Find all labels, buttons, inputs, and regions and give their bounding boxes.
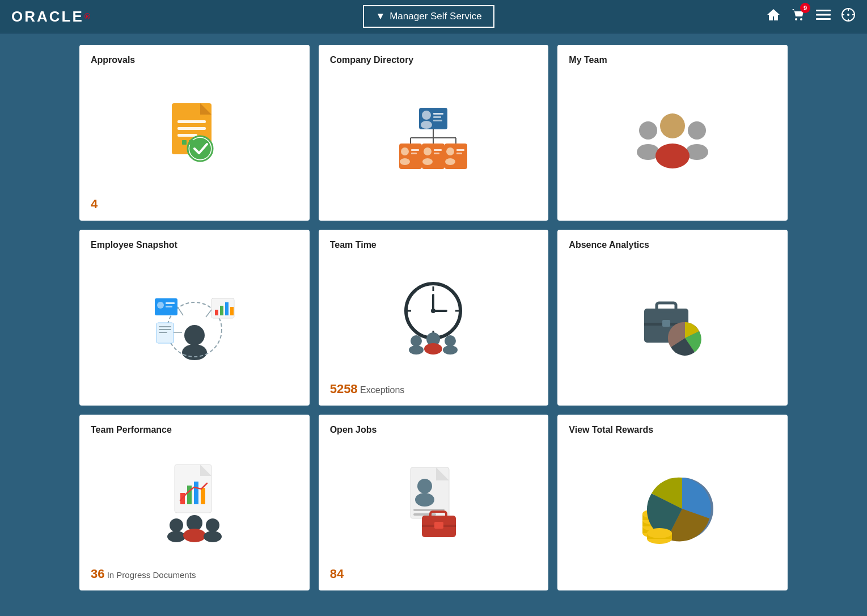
approvals-icon (160, 98, 229, 166)
svg-point-75 (411, 335, 422, 347)
cart-count-badge: 9 (800, 3, 810, 13)
svg-rect-84 (662, 320, 670, 327)
my-team-tile[interactable]: My Team (557, 45, 788, 221)
team-performance-title: Team Performance (91, 425, 298, 435)
svg-rect-82 (657, 303, 676, 311)
svg-rect-35 (434, 149, 442, 151)
svg-line-64 (177, 307, 183, 315)
absence-analytics-title: Absence Analytics (569, 240, 776, 250)
svg-point-76 (409, 345, 424, 355)
team-time-tile[interactable]: Team Time (319, 230, 549, 406)
performance-label: In Progress Documents (104, 570, 196, 580)
svg-rect-15 (189, 140, 193, 145)
menu-icon[interactable] (816, 7, 831, 26)
svg-rect-58 (225, 302, 229, 315)
svg-rect-37 (445, 144, 467, 169)
performance-icon-area (91, 441, 298, 562)
home-icon[interactable] (766, 7, 781, 26)
teamtime-icon (396, 280, 470, 353)
company-directory-tile[interactable]: Company Directory (319, 45, 549, 221)
svg-point-96 (206, 518, 219, 532)
svg-point-49 (182, 344, 207, 360)
open-jobs-tile[interactable]: Open Jobs (319, 415, 549, 590)
svg-rect-30 (411, 149, 419, 151)
svg-rect-27 (399, 144, 422, 169)
approvals-tile[interactable]: Approvals (79, 45, 310, 221)
performance-footer: 36 In Progress Documents (91, 567, 298, 581)
svg-point-0 (795, 18, 797, 20)
dropdown-arrow: ▼ (375, 11, 385, 22)
svg-point-78 (424, 343, 442, 355)
svg-rect-90 (194, 482, 198, 504)
svg-point-34 (422, 158, 433, 165)
svg-point-18 (421, 121, 432, 129)
company-directory-title: Company Directory (330, 55, 538, 65)
svg-point-52 (157, 302, 164, 309)
svg-rect-63 (159, 332, 167, 333)
oracle-logo: ORACLE® (11, 8, 91, 26)
teamtime-footer: 5258 Exceptions (330, 382, 538, 396)
svg-point-95 (183, 529, 206, 542)
svg-point-1 (800, 18, 802, 20)
svg-point-80 (443, 345, 458, 355)
my-team-title: My Team (569, 55, 776, 65)
approvals-title: Approvals (91, 55, 298, 65)
svg-point-33 (424, 147, 432, 155)
svg-rect-62 (159, 329, 171, 330)
svg-line-65 (206, 310, 212, 317)
rewards-icon (636, 472, 709, 546)
directory-icon (396, 105, 470, 173)
view-total-rewards-tile[interactable]: View Total Rewards (557, 415, 788, 590)
svg-point-100 (417, 479, 432, 493)
directory-icon-area (330, 71, 538, 207)
module-title-button[interactable]: ▼ Manager Self Service (363, 5, 494, 28)
svg-point-42 (639, 121, 657, 140)
team-performance-tile[interactable]: Team Performance (79, 415, 310, 590)
svg-rect-91 (201, 488, 205, 504)
svg-rect-20 (433, 116, 441, 118)
employee-snapshot-title: Employee Snapshot (91, 240, 298, 250)
svg-rect-3 (816, 14, 831, 16)
svg-rect-107 (434, 522, 443, 529)
svg-rect-19 (433, 113, 443, 115)
svg-point-92 (170, 518, 183, 532)
svg-point-29 (400, 158, 410, 165)
svg-rect-41 (456, 153, 462, 154)
module-title-label: Manager Self Service (390, 11, 482, 22)
svg-rect-54 (166, 306, 172, 307)
svg-point-74 (431, 309, 435, 313)
svg-rect-61 (159, 326, 171, 327)
svg-point-48 (184, 325, 205, 345)
module-selector[interactable]: ▼ Manager Self Service (363, 5, 494, 28)
svg-rect-31 (411, 153, 417, 154)
performance-icon (160, 462, 229, 541)
svg-rect-9 (177, 120, 206, 123)
snapshot-icon-area (91, 256, 298, 392)
svg-point-46 (660, 113, 685, 138)
approvals-icon-area (91, 71, 298, 192)
approvals-count: 4 (91, 197, 98, 211)
openjobs-icon (402, 465, 464, 538)
header-actions: 9 (766, 7, 856, 26)
teamtime-label: Exceptions (358, 385, 405, 395)
svg-rect-14 (182, 140, 187, 145)
svg-rect-2 (816, 10, 831, 11)
svg-point-94 (187, 515, 202, 531)
svg-point-47 (655, 144, 690, 168)
svg-point-97 (204, 531, 222, 542)
svg-rect-40 (456, 149, 464, 151)
svg-rect-53 (166, 302, 175, 304)
openjobs-footer: 84 (330, 567, 538, 581)
absence-analytics-tile[interactable]: Absence Analytics (557, 230, 788, 406)
compass-icon[interactable] (841, 7, 856, 26)
svg-rect-21 (433, 120, 442, 121)
team-time-title: Team Time (330, 240, 538, 250)
cart-icon[interactable]: 9 (791, 7, 806, 26)
approvals-footer: 4 (91, 197, 298, 212)
svg-point-44 (688, 121, 706, 140)
employee-snapshot-tile[interactable]: Employee Snapshot (79, 230, 310, 406)
tiles-grid: Approvals (79, 45, 788, 590)
registered-mark: ® (84, 12, 91, 21)
performance-count: 36 (91, 567, 104, 581)
main-content: Approvals (0, 33, 867, 602)
